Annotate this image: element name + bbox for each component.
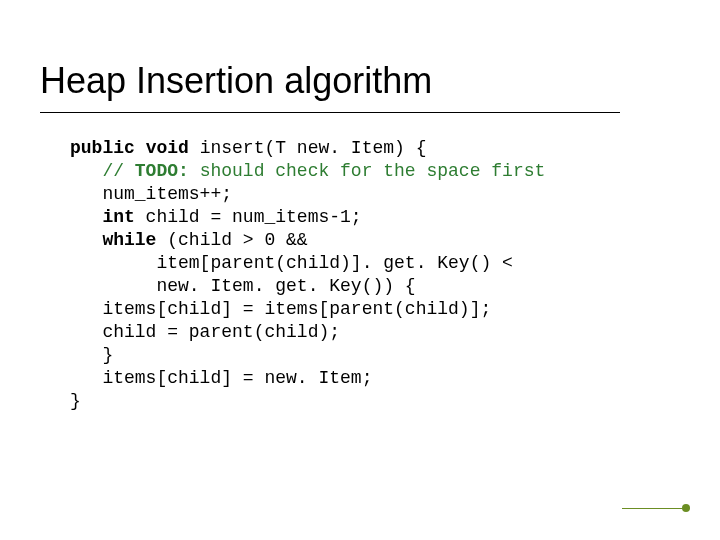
keyword-int: int	[102, 207, 134, 227]
code-text: (child > 0 &&	[156, 230, 307, 250]
comment-text: should check for the space first	[189, 161, 545, 181]
code-text: item[parent(child)]. get. Key() <	[70, 253, 513, 273]
code-text: items[child] = new. Item;	[70, 368, 372, 388]
code-text: items[child] = items[parent(child)];	[70, 299, 491, 319]
code-text: new. Item. get. Key()) {	[70, 276, 416, 296]
code-text: insert(T new. Item) {	[189, 138, 427, 158]
code-block: public void insert(T new. Item) { // TOD…	[70, 137, 680, 413]
keyword-while: while	[102, 230, 156, 250]
comment-slashes: //	[102, 161, 134, 181]
decorative-dot-icon	[682, 504, 690, 512]
code-text: num_items++;	[70, 184, 232, 204]
code-text: child = num_items-1;	[135, 207, 362, 227]
slide: Heap Insertion algorithm public void ins…	[0, 0, 720, 540]
decorative-line	[622, 508, 682, 509]
code-text: }	[70, 345, 113, 365]
keyword-public: public	[70, 138, 135, 158]
code-text	[70, 161, 102, 181]
code-text	[70, 230, 102, 250]
comment-todo: TODO:	[135, 161, 189, 181]
code-text	[70, 207, 102, 227]
title-underline	[40, 112, 620, 113]
slide-title: Heap Insertion algorithm	[40, 60, 680, 102]
keyword-void: void	[146, 138, 189, 158]
code-text: child = parent(child);	[70, 322, 340, 342]
code-text: }	[70, 391, 81, 411]
